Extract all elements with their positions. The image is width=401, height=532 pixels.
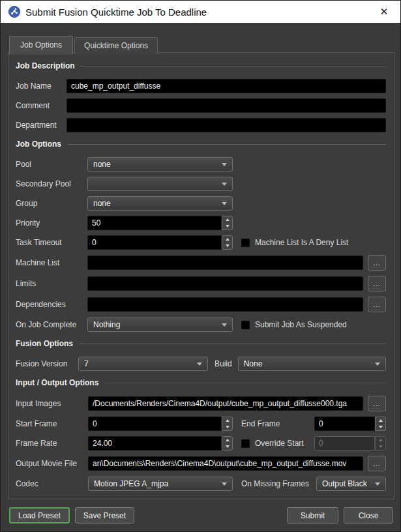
job-options-header: Job Options <box>16 139 386 149</box>
frame-rate-row: Frame Rate Override Start <box>16 436 386 451</box>
missing-frames-select[interactable]: Output Black <box>316 477 386 491</box>
frame-rate-label: Frame Rate <box>16 439 88 448</box>
dependencies-input[interactable] <box>87 297 363 312</box>
missing-frames-label: On Missing Frames <box>241 479 309 488</box>
fusion-version-select[interactable]: 7 <box>78 357 208 371</box>
pool-row: Pool none <box>16 157 386 171</box>
end-frame-label: End Frame <box>241 419 280 428</box>
group-divider <box>79 344 386 344</box>
tab-job-options[interactable]: Job Options <box>9 36 73 54</box>
chevron-down-icon <box>197 362 202 366</box>
machine-list-row: Machine List ... <box>16 255 386 271</box>
chevron-down-icon <box>222 183 227 186</box>
task-timeout-label: Task Timeout <box>16 238 87 247</box>
pool-select[interactable]: none <box>87 157 233 171</box>
codec-row: Codec Motion JPEG A_mjpa On Missing Fram… <box>16 477 386 491</box>
spin-buttons[interactable] <box>375 417 386 431</box>
limits-label: Limits <box>16 279 87 288</box>
deny-list-checkbox[interactable] <box>241 239 250 247</box>
spin-down-icon[interactable] <box>222 424 232 430</box>
input-images-browse-button[interactable]: ... <box>368 396 386 411</box>
spin-buttons[interactable] <box>222 417 233 431</box>
frame-rate-spinner[interactable] <box>88 436 233 451</box>
build-select[interactable]: None <box>238 357 386 371</box>
priority-spinner[interactable] <box>87 216 233 230</box>
group-title: Job Description <box>16 61 75 70</box>
machine-list-input[interactable] <box>87 256 363 270</box>
chevron-down-icon <box>222 323 227 327</box>
override-start-spinner <box>314 436 386 451</box>
close-button[interactable]: Close <box>344 507 393 524</box>
machine-list-browse-button[interactable]: ... <box>368 255 386 271</box>
output-movie-browse-button[interactable]: ... <box>368 456 386 471</box>
limits-browse-button[interactable]: ... <box>368 276 386 291</box>
spin-up-icon[interactable] <box>222 437 232 443</box>
output-movie-row: Output Movie File ... <box>16 456 386 471</box>
input-images-row: Input Images ... <box>16 396 386 411</box>
spin-up-icon[interactable] <box>222 417 232 424</box>
dependencies-row: Dependencies ... <box>16 297 386 312</box>
codec-label: Codec <box>16 479 88 488</box>
spin-down-icon[interactable] <box>222 223 232 229</box>
fusion-options-header: Fusion Options <box>16 338 386 349</box>
override-start-input <box>314 436 375 451</box>
chevron-down-icon <box>375 482 380 486</box>
spin-buttons[interactable] <box>222 436 233 451</box>
comment-row: Comment <box>16 98 386 113</box>
comment-input[interactable] <box>67 98 386 113</box>
chevron-down-icon <box>222 482 227 486</box>
department-label: Department <box>16 121 67 130</box>
submit-button[interactable]: Submit <box>287 507 338 524</box>
close-icon[interactable]: ✕ <box>374 3 394 20</box>
input-images-input[interactable] <box>88 396 363 411</box>
group-select[interactable]: none <box>87 196 233 211</box>
start-frame-spinner[interactable] <box>88 417 233 431</box>
chevron-down-icon <box>375 362 380 366</box>
secondary-pool-row: Secondary Pool <box>16 177 386 191</box>
group-divider <box>67 144 386 145</box>
department-input[interactable] <box>67 118 386 132</box>
job-name-label: Job Name <box>16 81 67 91</box>
spin-up-icon[interactable] <box>222 236 232 243</box>
override-start-checkbox[interactable] <box>241 439 250 448</box>
fusion-version-row: Fusion Version 7 Build None <box>16 357 386 371</box>
end-frame-input[interactable] <box>314 417 375 431</box>
spin-up-icon[interactable] <box>222 216 232 223</box>
group-title: Input / Output Options <box>16 378 98 387</box>
group-row: Group none <box>16 196 386 211</box>
frame-rate-input[interactable] <box>88 436 222 451</box>
comment-label: Comment <box>16 101 67 110</box>
suspended-checkbox[interactable] <box>241 321 250 329</box>
group-divider <box>81 66 386 66</box>
tab-quicktime-options[interactable]: Quicktime Options <box>74 37 158 54</box>
override-start-label: Override Start <box>255 439 304 448</box>
output-movie-input[interactable] <box>88 456 363 471</box>
group-title: Fusion Options <box>16 339 73 348</box>
start-frame-input[interactable] <box>88 417 222 431</box>
job-name-input[interactable] <box>67 79 386 93</box>
job-name-row: Job Name <box>16 79 386 93</box>
pool-label: Pool <box>16 160 87 169</box>
secondary-pool-select[interactable] <box>87 177 233 191</box>
task-timeout-spinner[interactable] <box>87 235 233 250</box>
task-timeout-input[interactable] <box>87 235 222 250</box>
spin-buttons[interactable] <box>222 235 233 250</box>
spin-down-icon[interactable] <box>222 443 232 450</box>
dependencies-browse-button[interactable]: ... <box>368 297 386 312</box>
spin-buttons[interactable] <box>222 216 233 230</box>
save-preset-button[interactable]: Save Preset <box>75 507 134 524</box>
end-frame-spinner[interactable] <box>314 417 386 431</box>
chevron-down-icon <box>222 163 227 166</box>
output-movie-label: Output Movie File <box>16 459 88 468</box>
footer-button-bar: Load Preset Save Preset Submit Close <box>1 507 401 524</box>
spin-up-icon[interactable] <box>376 417 385 424</box>
deadline-logo-icon <box>8 6 20 18</box>
codec-select[interactable]: Motion JPEG A_mjpa <box>88 477 233 491</box>
load-preset-button[interactable]: Load Preset <box>9 507 70 524</box>
limits-input[interactable] <box>87 276 363 291</box>
priority-input[interactable] <box>87 216 222 230</box>
spin-down-icon[interactable] <box>222 243 232 249</box>
window-title: Submit Fusion Quicktime Job To Deadline <box>25 7 374 18</box>
on-job-complete-select[interactable]: Nothing <box>87 318 233 332</box>
spin-down-icon[interactable] <box>376 424 385 430</box>
